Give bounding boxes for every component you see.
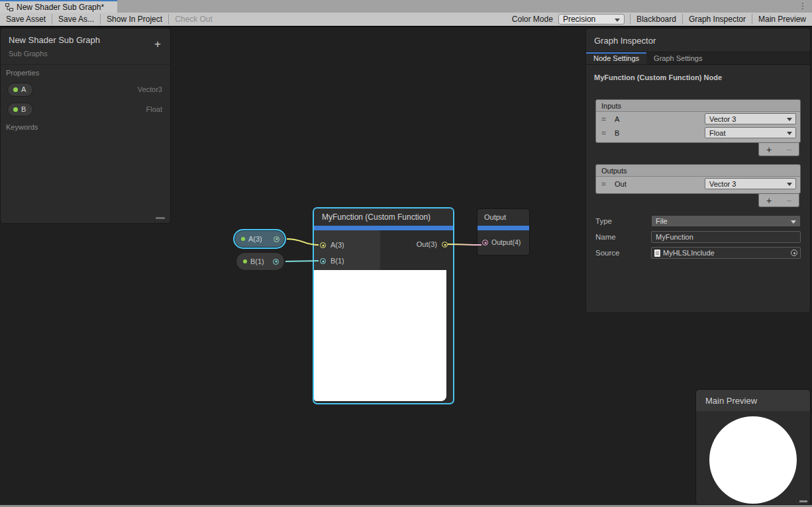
property-row: B Float xyxy=(1,99,170,119)
add-input-button[interactable]: + xyxy=(766,144,772,155)
input-port-b-icon[interactable] xyxy=(320,258,326,264)
properties-section-label: Properties xyxy=(1,65,170,79)
keywords-section-label: Keywords xyxy=(1,119,170,134)
output-type-value: Vector 3 xyxy=(709,180,736,188)
blackboard-subtitle: Sub Graphs xyxy=(1,45,170,65)
blackboard-toggle-button[interactable]: Blackboard xyxy=(631,13,682,26)
remove-output-button[interactable]: − xyxy=(786,195,791,206)
property-pill-label: B xyxy=(21,105,26,113)
blackboard-title: New Shader Sub Graph xyxy=(1,28,170,45)
drag-handle-icon[interactable]: = xyxy=(601,115,609,124)
main-preview-body[interactable] xyxy=(696,411,810,504)
tab-node-settings[interactable]: Node Settings xyxy=(586,52,646,64)
source-object-field[interactable]: MyHLSLInclude xyxy=(651,247,801,259)
name-input[interactable]: MyFunction xyxy=(651,231,801,243)
input-type-dropdown[interactable]: Float xyxy=(705,127,796,138)
output-port-out-label: Out(3) xyxy=(417,240,437,248)
color-mode-label: Color Mode xyxy=(507,15,558,24)
tab-graph-settings[interactable]: Graph Settings xyxy=(646,52,709,64)
output-port-icon[interactable] xyxy=(274,236,279,242)
property-type-label: Float xyxy=(146,105,162,113)
check-out-button[interactable]: Check Out xyxy=(169,13,219,26)
add-output-button[interactable]: + xyxy=(766,195,772,206)
output-type-dropdown[interactable]: Vector 3 xyxy=(705,178,796,189)
exposed-dot-icon xyxy=(13,87,18,92)
graph-inspector-title: Graph Inspector xyxy=(586,28,810,52)
node-input-column xyxy=(314,230,380,270)
main-preview-title: Main Preview xyxy=(696,390,810,411)
property-node-label: B(1) xyxy=(250,257,270,265)
input-type-dropdown[interactable]: Vector 3 xyxy=(705,113,796,124)
input-name[interactable]: A xyxy=(615,115,699,123)
outputs-list: Outputs = Out Vector 3 xyxy=(595,164,801,194)
property-row: A Vector3 xyxy=(1,79,170,99)
add-property-button[interactable]: + xyxy=(154,38,161,50)
shader-graph-icon xyxy=(5,3,13,11)
property-node-a[interactable]: A(3) xyxy=(233,229,286,249)
input-port-output-label: Output(4) xyxy=(491,238,521,246)
graph-inspector-toggle-button[interactable]: Graph Inspector xyxy=(683,13,752,26)
node-preview xyxy=(314,270,446,401)
drag-handle-icon[interactable]: = xyxy=(601,128,609,138)
input-port-a-icon[interactable] xyxy=(320,242,326,248)
input-name[interactable]: B xyxy=(615,129,699,137)
inputs-list: Inputs = A Vector 3 = B Float xyxy=(595,99,801,143)
inputs-list-header: Inputs xyxy=(596,100,800,112)
exposed-dot-icon xyxy=(241,237,245,241)
source-field-label: Source xyxy=(595,249,651,257)
show-in-project-button[interactable]: Show In Project xyxy=(101,13,168,26)
input-type-value: Vector 3 xyxy=(709,115,736,123)
resize-handle[interactable] xyxy=(799,500,807,502)
save-as-button[interactable]: Save As... xyxy=(52,13,100,26)
remove-input-button[interactable]: − xyxy=(786,144,791,155)
node-precision-stripe xyxy=(478,226,529,230)
input-row-b: = B Float xyxy=(596,126,800,140)
output-port-out-icon[interactable] xyxy=(442,242,448,248)
graph-inspector-panel: Graph Inspector Node Settings Graph Sett… xyxy=(585,28,811,313)
outputs-list-header: Outputs xyxy=(596,165,800,177)
document-tab-label: New Shader Sub Graph* xyxy=(17,3,104,12)
color-mode-value: Precision xyxy=(563,15,595,24)
inspector-tabs: Node Settings Graph Settings xyxy=(586,52,810,65)
preview-sphere xyxy=(709,416,797,504)
node-precision-stripe xyxy=(314,226,453,230)
property-pill-label: A xyxy=(21,85,26,93)
property-type-label: Vector3 xyxy=(138,85,162,93)
window-menu-icon[interactable]: ⋮ xyxy=(799,1,807,11)
property-pill-b[interactable]: B xyxy=(7,103,33,116)
document-tab[interactable]: New Shader Sub Graph* xyxy=(0,0,117,13)
output-node[interactable]: Output Output(4) xyxy=(477,208,530,255)
shader-graph-window: New Shader Sub Graph* ⋮ Save Asset Save … xyxy=(0,0,812,507)
save-asset-button[interactable]: Save Asset xyxy=(0,13,52,26)
type-dropdown[interactable]: File xyxy=(651,215,801,227)
exposed-dot-icon xyxy=(243,259,247,263)
input-port-b-label: B(1) xyxy=(330,257,344,265)
type-value: File xyxy=(656,217,668,225)
property-node-b[interactable]: B(1) xyxy=(236,252,285,271)
property-pill-a[interactable]: A xyxy=(7,83,33,97)
input-port-a-label: A(3) xyxy=(330,241,344,249)
name-value: MyFunction xyxy=(656,233,693,241)
input-type-value: Float xyxy=(709,129,725,137)
custom-function-node[interactable]: MyFunction (Custom Function) A(3) B(1) O… xyxy=(313,207,454,404)
output-port-icon[interactable] xyxy=(273,259,279,265)
drag-handle-icon[interactable]: = xyxy=(601,179,609,189)
type-field-label: Type xyxy=(595,217,651,225)
node-title: MyFunction (Custom Function) xyxy=(314,208,453,226)
file-icon xyxy=(654,250,660,257)
outputs-list-footer: + − xyxy=(758,194,799,207)
source-value: MyHLSLInclude xyxy=(663,249,715,257)
resize-handle[interactable] xyxy=(156,217,165,219)
output-name[interactable]: Out xyxy=(615,180,699,188)
input-port-output-icon[interactable] xyxy=(482,240,488,246)
exposed-dot-icon xyxy=(13,107,18,112)
color-mode-dropdown[interactable]: Precision xyxy=(558,14,625,24)
node-settings-heading: MyFunction (Custom Function) Node xyxy=(594,73,802,81)
inputs-list-footer: + − xyxy=(758,143,799,156)
main-preview-panel: Main Preview xyxy=(695,389,811,505)
output-row-out: = Out Vector 3 xyxy=(596,177,800,191)
main-preview-toggle-button[interactable]: Main Preview xyxy=(752,13,812,26)
name-field-label: Name xyxy=(595,233,651,241)
blackboard-panel: New Shader Sub Graph + Sub Graphs Proper… xyxy=(0,28,171,224)
object-picker-icon[interactable] xyxy=(791,250,797,256)
